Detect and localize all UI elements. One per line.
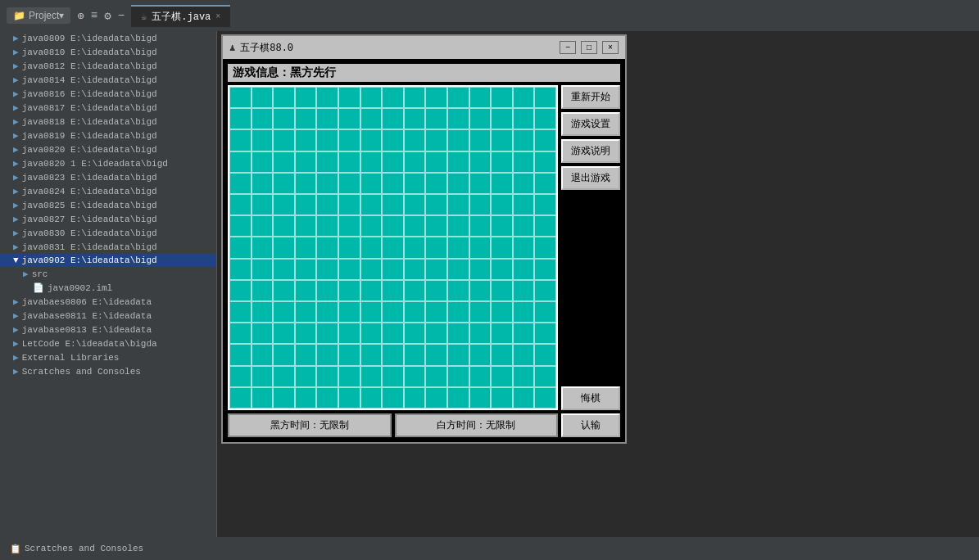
board-cell[interactable]: [360, 108, 383, 129]
board-cell[interactable]: [425, 366, 447, 387]
board-cell[interactable]: [338, 366, 360, 387]
board-cell[interactable]: [295, 301, 317, 323]
board-cell[interactable]: [404, 323, 426, 344]
board-cell[interactable]: [295, 323, 317, 344]
board-cell[interactable]: [491, 87, 513, 108]
board-cell[interactable]: [338, 259, 360, 280]
board-cell[interactable]: [229, 129, 252, 151]
board-cell[interactable]: [273, 151, 295, 173]
board-cell[interactable]: [534, 301, 556, 323]
sidebar-item-java0809[interactable]: ▶java0809 E:\ideadata\bigd: [0, 31, 216, 45]
board-cell[interactable]: [273, 323, 295, 344]
board-cell[interactable]: [252, 366, 274, 387]
board-cell[interactable]: [404, 87, 426, 108]
board-cell[interactable]: [469, 280, 492, 301]
project-button[interactable]: 📁 Project▾: [7, 7, 70, 24]
board-cell[interactable]: [229, 173, 252, 194]
sidebar-item-java0818[interactable]: ▶java0818 E:\ideadata\bigd: [0, 115, 216, 129]
game-board[interactable]: [228, 85, 558, 410]
board-cell[interactable]: [534, 151, 556, 173]
sidebar-item-java0816[interactable]: ▶java0816 E:\ideadata\bigd: [0, 87, 216, 101]
swing-minimize-btn[interactable]: −: [560, 41, 576, 54]
board-cell[interactable]: [295, 237, 317, 258]
board-cell[interactable]: [491, 366, 513, 387]
board-cell[interactable]: [513, 259, 535, 280]
sidebar-item-java0825[interactable]: ▶java0825 E:\ideadata\bigd: [0, 198, 216, 212]
active-tab[interactable]: ☕ 五子棋.java ×: [131, 5, 230, 27]
board-cell[interactable]: [360, 366, 383, 387]
board-cell[interactable]: [316, 259, 338, 280]
board-cell[interactable]: [273, 366, 295, 387]
board-cell[interactable]: [382, 387, 404, 409]
board-cell[interactable]: [425, 280, 447, 301]
board-cell[interactable]: [252, 323, 274, 344]
board-cell[interactable]: [534, 173, 556, 194]
board-cell[interactable]: [447, 366, 469, 387]
board-cell[interactable]: [447, 323, 469, 344]
board-cell[interactable]: [252, 280, 274, 301]
board-cell[interactable]: [316, 301, 338, 323]
board-cell[interactable]: [338, 323, 360, 344]
board-cell[interactable]: [252, 129, 274, 151]
board-cell[interactable]: [295, 344, 317, 365]
board-cell[interactable]: [360, 237, 383, 258]
board-cell[interactable]: [229, 151, 252, 173]
board-cell[interactable]: [338, 387, 360, 409]
board-cell[interactable]: [491, 194, 513, 215]
board-cell[interactable]: [447, 194, 469, 215]
sidebar-item-letcode[interactable]: ▶LetCode E:\ideadata\bigda: [0, 336, 216, 350]
undo-btn[interactable]: 悔棋: [561, 386, 620, 410]
board-cell[interactable]: [425, 129, 447, 151]
board-cell[interactable]: [404, 366, 426, 387]
board-cell[interactable]: [295, 387, 317, 409]
board-cell[interactable]: [404, 215, 426, 237]
board-cell[interactable]: [534, 87, 556, 108]
board-cell[interactable]: [338, 173, 360, 194]
board-cell[interactable]: [513, 344, 535, 365]
sidebar-item-java0902iml[interactable]: 📄java0902.iml: [0, 281, 216, 295]
sidebar-item-java0823[interactable]: ▶java0823 E:\ideadata\bigd: [0, 170, 216, 184]
sidebar-item-javabaes0806[interactable]: ▶javabaes0806 E:\ideadata: [0, 295, 216, 309]
board-cell[interactable]: [273, 87, 295, 108]
board-cell[interactable]: [469, 129, 492, 151]
board-cell[interactable]: [229, 387, 252, 409]
sidebar-item-java0831[interactable]: ▶java0831 E:\ideadata\bigd: [0, 240, 216, 254]
help-btn[interactable]: 游戏说明: [561, 139, 620, 163]
board-cell[interactable]: [425, 387, 447, 409]
board-cell[interactable]: [404, 151, 426, 173]
board-cell[interactable]: [447, 387, 469, 409]
board-cell[interactable]: [338, 280, 360, 301]
board-cell[interactable]: [252, 387, 274, 409]
board-cell[interactable]: [229, 323, 252, 344]
board-cell[interactable]: [469, 323, 492, 344]
board-cell[interactable]: [338, 151, 360, 173]
board-cell[interactable]: [425, 259, 447, 280]
board-cell[interactable]: [338, 301, 360, 323]
board-cell[interactable]: [295, 173, 317, 194]
add-icon[interactable]: ⊕: [77, 9, 84, 23]
board-cell[interactable]: [469, 259, 492, 280]
board-cell[interactable]: [382, 259, 404, 280]
board-cell[interactable]: [447, 259, 469, 280]
board-cell[interactable]: [382, 237, 404, 258]
board-cell[interactable]: [534, 259, 556, 280]
board-cell[interactable]: [491, 237, 513, 258]
resign-btn[interactable]: 认输: [561, 413, 620, 437]
board-cell[interactable]: [273, 259, 295, 280]
board-cell[interactable]: [229, 259, 252, 280]
board-cell[interactable]: [513, 366, 535, 387]
board-cell[interactable]: [425, 173, 447, 194]
board-cell[interactable]: [513, 215, 535, 237]
board-cell[interactable]: [252, 215, 274, 237]
board-cell[interactable]: [534, 129, 556, 151]
board-cell[interactable]: [295, 366, 317, 387]
board-cell[interactable]: [316, 280, 338, 301]
board-cell[interactable]: [338, 129, 360, 151]
board-cell[interactable]: [273, 387, 295, 409]
board-cell[interactable]: [273, 194, 295, 215]
board-cell[interactable]: [513, 301, 535, 323]
board-cell[interactable]: [360, 323, 383, 344]
sidebar-item-src[interactable]: ▶src: [0, 267, 216, 281]
board-cell[interactable]: [229, 194, 252, 215]
board-cell[interactable]: [273, 215, 295, 237]
